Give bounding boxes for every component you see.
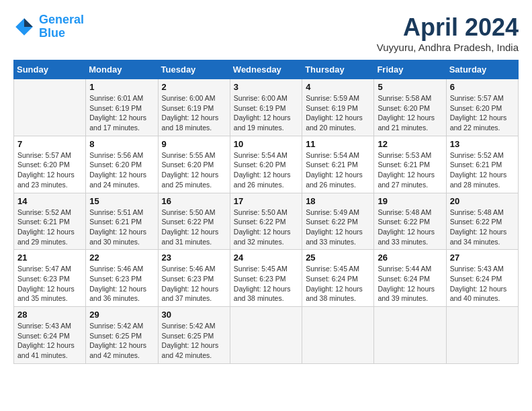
week-row-3: 14Sunrise: 5:52 AMSunset: 6:21 PMDayligh…	[14, 193, 519, 250]
day-info: Sunrise: 5:53 AMSunset: 6:21 PMDaylight:…	[378, 150, 442, 190]
logo-line1: General	[39, 13, 84, 26]
calendar-cell: 16Sunrise: 5:50 AMSunset: 6:22 PMDayligh…	[158, 193, 230, 250]
logo-line2: Blue	[39, 26, 65, 40]
calendar-cell: 6Sunrise: 5:57 AMSunset: 6:20 PMDaylight…	[446, 79, 518, 136]
day-info: Sunrise: 5:54 AMSunset: 6:21 PMDaylight:…	[306, 150, 370, 190]
day-number: 12	[378, 139, 442, 149]
day-number: 29	[89, 310, 154, 320]
calendar-cell	[302, 307, 374, 364]
calendar-table: SundayMondayTuesdayWednesdayThursdayFrid…	[13, 60, 519, 364]
day-info: Sunrise: 5:48 AMSunset: 6:22 PMDaylight:…	[378, 208, 442, 247]
column-header-thursday: Thursday	[302, 60, 374, 79]
day-info: Sunrise: 5:44 AMSunset: 6:24 PMDaylight:…	[378, 264, 442, 304]
calendar-cell	[374, 307, 446, 364]
calendar-cell: 25Sunrise: 5:45 AMSunset: 6:24 PMDayligh…	[302, 250, 374, 307]
calendar-cell: 2Sunrise: 6:00 AMSunset: 6:19 PMDaylight…	[158, 79, 230, 136]
calendar-cell: 13Sunrise: 5:52 AMSunset: 6:21 PMDayligh…	[446, 136, 518, 193]
day-info: Sunrise: 5:52 AMSunset: 6:21 PMDaylight:…	[450, 150, 515, 190]
day-info: Sunrise: 5:52 AMSunset: 6:21 PMDaylight:…	[17, 208, 82, 247]
calendar-cell: 23Sunrise: 5:46 AMSunset: 6:23 PMDayligh…	[158, 250, 230, 307]
day-number: 26	[378, 253, 442, 263]
day-info: Sunrise: 5:54 AMSunset: 6:20 PMDaylight:…	[234, 150, 298, 190]
day-number: 10	[234, 139, 298, 149]
day-number: 20	[450, 196, 515, 206]
calendar-cell: 1Sunrise: 6:01 AMSunset: 6:19 PMDaylight…	[86, 79, 158, 136]
logo-text: General Blue	[39, 13, 84, 40]
day-number: 14	[17, 196, 82, 206]
day-info: Sunrise: 5:42 AMSunset: 6:25 PMDaylight:…	[89, 321, 154, 361]
day-number: 6	[450, 82, 515, 92]
calendar-cell: 11Sunrise: 5:54 AMSunset: 6:21 PMDayligh…	[302, 136, 374, 193]
day-number: 2	[162, 82, 226, 92]
day-number: 23	[162, 253, 226, 263]
week-row-4: 21Sunrise: 5:47 AMSunset: 6:23 PMDayligh…	[14, 250, 519, 307]
day-number: 11	[306, 139, 370, 149]
calendar-cell: 14Sunrise: 5:52 AMSunset: 6:21 PMDayligh…	[14, 193, 86, 250]
calendar-header-row: SundayMondayTuesdayWednesdayThursdayFrid…	[14, 60, 519, 79]
calendar-cell: 22Sunrise: 5:46 AMSunset: 6:23 PMDayligh…	[86, 250, 158, 307]
day-number: 28	[17, 310, 82, 320]
day-info: Sunrise: 5:43 AMSunset: 6:24 PMDaylight:…	[450, 264, 515, 304]
column-header-saturday: Saturday	[446, 60, 518, 79]
week-row-5: 28Sunrise: 5:43 AMSunset: 6:24 PMDayligh…	[14, 307, 519, 364]
day-info: Sunrise: 5:45 AMSunset: 6:24 PMDaylight:…	[306, 264, 370, 304]
svg-marker-1	[24, 18, 33, 27]
day-number: 19	[378, 196, 442, 206]
day-number: 1	[89, 82, 154, 92]
day-number: 21	[17, 253, 82, 263]
day-number: 7	[17, 139, 82, 149]
day-info: Sunrise: 5:50 AMSunset: 6:22 PMDaylight:…	[162, 208, 226, 247]
logo-icon	[13, 16, 35, 38]
calendar-cell: 9Sunrise: 5:55 AMSunset: 6:20 PMDaylight…	[158, 136, 230, 193]
day-info: Sunrise: 5:46 AMSunset: 6:23 PMDaylight:…	[89, 264, 154, 304]
calendar-cell: 10Sunrise: 5:54 AMSunset: 6:20 PMDayligh…	[230, 136, 302, 193]
column-header-wednesday: Wednesday	[230, 60, 302, 79]
calendar-cell: 8Sunrise: 5:56 AMSunset: 6:20 PMDaylight…	[86, 136, 158, 193]
column-header-friday: Friday	[374, 60, 446, 79]
day-number: 3	[234, 82, 298, 92]
day-number: 16	[162, 196, 226, 206]
day-info: Sunrise: 5:45 AMSunset: 6:23 PMDaylight:…	[234, 264, 298, 304]
day-number: 27	[450, 253, 515, 263]
calendar-cell	[14, 79, 86, 136]
week-row-1: 1Sunrise: 6:01 AMSunset: 6:19 PMDaylight…	[14, 79, 519, 136]
calendar-cell: 15Sunrise: 5:51 AMSunset: 6:21 PMDayligh…	[86, 193, 158, 250]
day-info: Sunrise: 5:51 AMSunset: 6:21 PMDaylight:…	[89, 208, 154, 247]
calendar-cell: 27Sunrise: 5:43 AMSunset: 6:24 PMDayligh…	[446, 250, 518, 307]
day-info: Sunrise: 6:00 AMSunset: 6:19 PMDaylight:…	[162, 93, 226, 133]
logo: General Blue	[13, 13, 84, 40]
calendar-cell	[230, 307, 302, 364]
page-header: General Blue April 2024 Vuyyuru, Andhra …	[13, 13, 519, 53]
day-number: 8	[89, 139, 154, 149]
day-number: 22	[89, 253, 154, 263]
day-number: 4	[306, 82, 370, 92]
calendar-cell: 19Sunrise: 5:48 AMSunset: 6:22 PMDayligh…	[374, 193, 446, 250]
day-number: 24	[234, 253, 298, 263]
calendar-cell	[446, 307, 518, 364]
calendar-cell: 26Sunrise: 5:44 AMSunset: 6:24 PMDayligh…	[374, 250, 446, 307]
day-number: 17	[234, 196, 298, 206]
calendar-cell: 5Sunrise: 5:58 AMSunset: 6:20 PMDaylight…	[374, 79, 446, 136]
calendar-cell: 7Sunrise: 5:57 AMSunset: 6:20 PMDaylight…	[14, 136, 86, 193]
day-number: 9	[162, 139, 226, 149]
column-header-monday: Monday	[86, 60, 158, 79]
day-number: 30	[162, 310, 226, 320]
location: Vuyyuru, Andhra Pradesh, India	[377, 42, 519, 53]
calendar-cell: 20Sunrise: 5:48 AMSunset: 6:22 PMDayligh…	[446, 193, 518, 250]
calendar-cell: 18Sunrise: 5:49 AMSunset: 6:22 PMDayligh…	[302, 193, 374, 250]
day-info: Sunrise: 5:59 AMSunset: 6:19 PMDaylight:…	[306, 93, 370, 133]
calendar-cell: 3Sunrise: 6:00 AMSunset: 6:19 PMDaylight…	[230, 79, 302, 136]
day-info: Sunrise: 5:55 AMSunset: 6:20 PMDaylight:…	[162, 150, 226, 190]
day-info: Sunrise: 5:57 AMSunset: 6:20 PMDaylight:…	[17, 150, 82, 190]
calendar-cell: 24Sunrise: 5:45 AMSunset: 6:23 PMDayligh…	[230, 250, 302, 307]
calendar-cell: 12Sunrise: 5:53 AMSunset: 6:21 PMDayligh…	[374, 136, 446, 193]
day-info: Sunrise: 5:50 AMSunset: 6:22 PMDaylight:…	[234, 208, 298, 247]
day-number: 5	[378, 82, 442, 92]
calendar-cell: 28Sunrise: 5:43 AMSunset: 6:24 PMDayligh…	[14, 307, 86, 364]
calendar-cell: 4Sunrise: 5:59 AMSunset: 6:19 PMDaylight…	[302, 79, 374, 136]
day-info: Sunrise: 5:46 AMSunset: 6:23 PMDaylight:…	[162, 264, 226, 304]
day-info: Sunrise: 6:00 AMSunset: 6:19 PMDaylight:…	[234, 93, 298, 133]
day-info: Sunrise: 6:01 AMSunset: 6:19 PMDaylight:…	[89, 93, 154, 133]
day-info: Sunrise: 5:49 AMSunset: 6:22 PMDaylight:…	[306, 208, 370, 247]
month-title: April 2024	[377, 13, 519, 42]
